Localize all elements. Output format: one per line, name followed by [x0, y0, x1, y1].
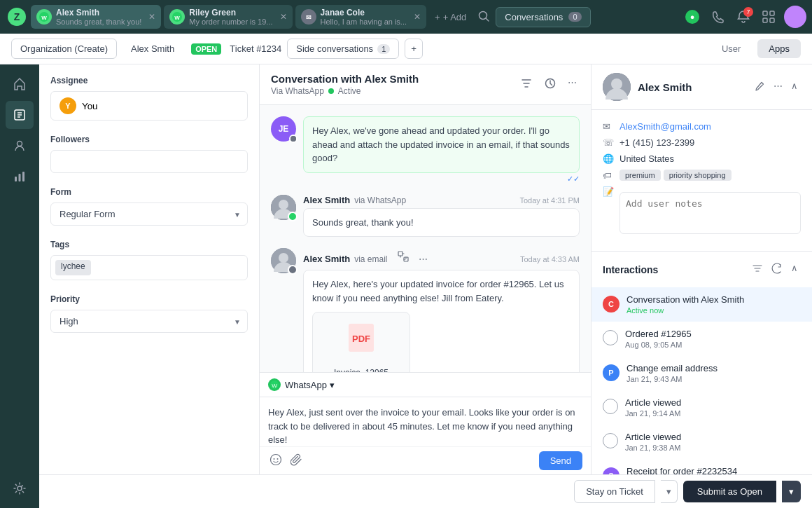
nav-tickets[interactable]	[6, 101, 34, 129]
nav-reports[interactable]	[6, 163, 34, 191]
whatsapp-badge	[288, 212, 298, 221]
interaction-title-2: Ordered #12965	[625, 329, 801, 339]
side-conv-count: 1	[377, 44, 390, 54]
interaction-icon-article1	[603, 399, 618, 414]
search-button[interactable]	[475, 7, 493, 27]
history-button[interactable]	[541, 74, 559, 95]
collapse-interactions-button[interactable]: ∧	[788, 260, 801, 279]
active-indicator	[328, 88, 334, 94]
interaction-icon-email: P	[603, 364, 620, 381]
more-contact-button[interactable]: ⋯	[771, 78, 785, 97]
email-icon: ✉	[603, 121, 614, 132]
tab-riley-close[interactable]: ✕	[280, 12, 287, 22]
collapse-contact-button[interactable]: ∧	[788, 78, 801, 97]
svg-text:●: ●	[690, 13, 695, 21]
nav-contacts[interactable]	[6, 132, 34, 160]
svg-text:✉: ✉	[306, 14, 312, 21]
msg-more-button[interactable]: ⋯	[416, 251, 430, 267]
interaction-icon-order	[603, 330, 618, 345]
submit-chevron-button[interactable]: ▾	[782, 481, 801, 502]
translate-button[interactable]	[395, 248, 412, 267]
conversations-button[interactable]: Conversations 0	[496, 7, 590, 27]
priority-field: Priority High Low Normal Urgent	[50, 294, 248, 333]
interaction-order[interactable]: Ordered #12965 Aug 08, 9:05 AM	[592, 322, 812, 356]
user-avatar[interactable]	[784, 6, 806, 28]
send-button[interactable]: Send	[539, 451, 582, 470]
tab-riley-avatar: W	[169, 9, 185, 25]
main-content: Assignee Y You Followers Form Regular Fo…	[0, 64, 812, 508]
interactions-title: Interactions	[603, 264, 658, 275]
interaction-article-2[interactable]: Article viewed Jan 21, 9:38 AM	[592, 425, 812, 459]
user-name-button[interactable]: Alex Smith	[122, 40, 183, 57]
interaction-title-4: Article viewed	[625, 397, 801, 408]
interaction-title-3: Change email address	[626, 363, 801, 373]
conversations-count: 0	[568, 12, 581, 22]
form-select[interactable]: Regular Form	[50, 202, 248, 226]
invoice-attachment[interactable]: PDF Invoice_12965 PDF	[312, 312, 410, 372]
filter-button[interactable]	[517, 74, 536, 95]
phone-icon: ☏	[603, 137, 614, 148]
tab-alex-close[interactable]: ✕	[148, 12, 155, 22]
tab-janae-cole[interactable]: ✉ Janae Cole Hello, I am having an is...…	[295, 5, 427, 29]
compose-channel-select[interactable]: WhatsApp ▾	[285, 380, 335, 390]
nav-home[interactable]	[6, 70, 34, 98]
msg-time: Today at 4:31 PM	[519, 196, 580, 205]
tab-janae-close[interactable]: ✕	[414, 12, 421, 22]
svg-text:W: W	[175, 15, 181, 21]
emoji-button[interactable]	[268, 452, 284, 469]
attachment-name: Invoice_12965	[334, 366, 388, 372]
add-side-conv-button[interactable]: +	[405, 39, 423, 59]
interaction-icon-article2	[603, 433, 618, 448]
svg-rect-12	[763, 11, 767, 15]
left-nav	[0, 64, 39, 508]
tags-container[interactable]: lychee	[50, 255, 248, 280]
contact-tag-premium: premium	[620, 170, 661, 181]
attachment-button[interactable]	[289, 452, 304, 469]
tab-apps[interactable]: Apps	[757, 39, 801, 58]
conversations-label: Conversations	[505, 12, 563, 22]
tab-alex-smith[interactable]: W Alex Smith Sounds great, thank you! ✕	[31, 5, 161, 29]
right-panel: Alex Smith ⋯ ∧ ✉ AlexSmith@gmail.com ☏ +…	[592, 64, 812, 508]
phone-button[interactable]	[708, 7, 728, 27]
left-panel: Assignee Y You Followers Form Regular Fo…	[39, 64, 260, 508]
interaction-email-change[interactable]: P Change email address Jan 21, 9:43 AM	[592, 356, 812, 390]
interaction-article-1[interactable]: Article viewed Jan 21, 9:14 AM	[592, 390, 812, 425]
tab-user[interactable]: User	[710, 39, 752, 58]
more-options-button[interactable]: ⋯	[565, 74, 580, 95]
tab-riley-sub: My order number is 19...	[189, 18, 272, 26]
msg-via: via WhatsApp	[354, 195, 406, 205]
filter-interactions-button[interactable]	[749, 260, 766, 279]
compose-channel-label: WhatsApp	[285, 380, 327, 390]
contact-notes[interactable]	[620, 192, 801, 234]
refresh-interactions-button[interactable]	[769, 260, 785, 279]
status-button[interactable]: ●	[682, 6, 703, 27]
followers-field: Followers	[50, 135, 248, 173]
tab-riley-green[interactable]: W Riley Green My order number is 19... ✕	[164, 5, 292, 29]
stay-chevron-button[interactable]: ▾	[661, 480, 678, 503]
org-create-button[interactable]: Organization (Create)	[11, 39, 117, 59]
interaction-title-1: Conversation with Alex Smith	[626, 294, 801, 305]
svg-point-38	[274, 458, 275, 460]
interaction-icon-conv: C	[603, 296, 620, 313]
submit-as-open-button[interactable]: Submit as Open	[683, 481, 776, 502]
notifications-button[interactable]: 7	[734, 7, 753, 27]
apps-grid-button[interactable]	[759, 7, 778, 27]
edit-contact-button[interactable]	[751, 78, 768, 97]
middle-panel: Conversation with Alex Smith Via WhatsAp…	[260, 64, 592, 508]
contact-notes-row: 📝	[603, 184, 801, 242]
svg-rect-15	[770, 18, 774, 22]
add-tab-button[interactable]: + + Add	[429, 9, 472, 25]
svg-text:W: W	[272, 383, 277, 389]
priority-select[interactable]: High Low Normal Urgent	[50, 310, 248, 333]
followers-input[interactable]	[50, 150, 248, 173]
side-conversations-button[interactable]: Side conversations 1	[287, 39, 399, 59]
interaction-conv-alex[interactable]: C Conversation with Alex Smith Active no…	[592, 287, 812, 322]
tab-janae-name: Janae Cole	[321, 8, 407, 18]
form-field: Form Regular Form	[50, 187, 248, 226]
contact-email[interactable]: AlexSmith@gmail.com	[620, 121, 711, 132]
svg-point-28	[279, 200, 288, 210]
stay-on-ticket-button[interactable]: Stay on Ticket	[574, 480, 655, 503]
nav-settings[interactable]	[6, 474, 34, 502]
compose-textarea[interactable]: Hey Alex, just sent over the invoice to …	[260, 397, 591, 446]
assignee-button[interactable]: Y You	[50, 91, 248, 121]
